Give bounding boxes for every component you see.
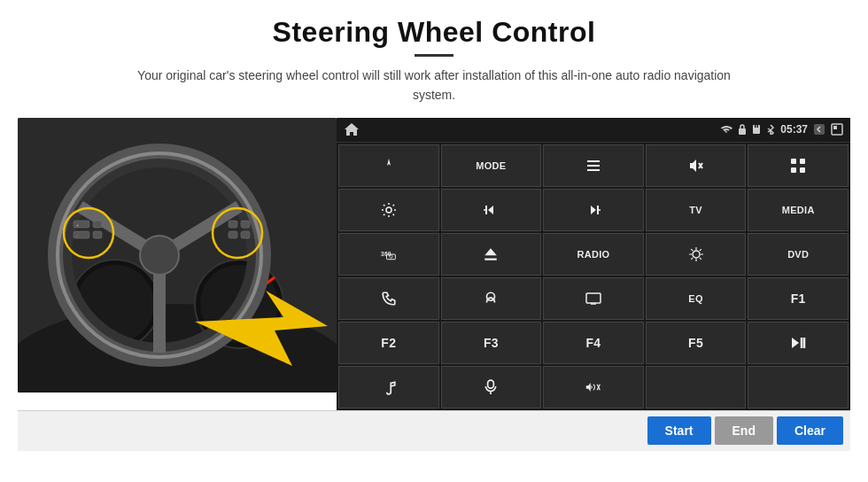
svg-rect-37 [791,159,796,164]
window-icon[interactable] [831,123,843,136]
svg-rect-25 [739,128,746,135]
cam360-button[interactable]: 360 [338,233,439,276]
f3-button[interactable]: F3 [441,322,542,364]
wifi-icon [720,124,732,135]
svg-point-41 [386,207,391,213]
eject-button[interactable] [441,233,542,276]
music-button[interactable] [338,366,439,408]
f1-button[interactable]: F1 [748,277,849,320]
eq-button[interactable]: EQ [646,277,747,320]
control-panel: 05:37 [337,118,850,410]
page-title: Steering Wheel Control [273,16,596,49]
f4-button[interactable]: F4 [543,322,644,364]
time-display: 05:37 [780,123,808,136]
bluetooth-icon [766,124,775,135]
mode-button[interactable]: MODE [441,144,542,187]
svg-text:+: + [76,222,79,228]
svg-rect-17 [93,231,102,238]
apps-button[interactable] [748,144,849,187]
svg-rect-39 [791,167,796,173]
media-button[interactable]: MEDIA [748,189,849,231]
back-icon[interactable] [813,123,825,136]
svg-rect-49 [586,293,601,303]
start-button[interactable]: Start [647,416,711,445]
tv-button[interactable]: TV [646,189,747,231]
settings-button[interactable] [338,189,439,231]
svg-rect-53 [488,380,494,388]
home-icon [344,122,360,136]
sd-icon [752,124,761,135]
nav-button[interactable] [338,144,439,187]
svg-rect-26 [753,125,760,134]
svg-rect-22 [241,221,250,228]
svg-rect-21 [229,221,237,228]
prev-button[interactable] [441,189,542,231]
mic-button[interactable] [441,366,542,408]
nav2-button[interactable] [441,277,542,320]
empty2-button[interactable] [748,366,849,408]
status-left [344,122,360,136]
dvd-button[interactable]: DVD [748,233,849,276]
status-right: 05:37 [720,123,843,136]
svg-rect-31 [833,126,837,129]
clear-button[interactable]: Clear [777,416,843,445]
title-divider [415,54,453,57]
svg-rect-40 [800,167,805,173]
content-row: + - [18,118,850,410]
radio-button[interactable]: RADIO [543,233,644,276]
f5-button[interactable]: F5 [646,322,747,364]
lock-icon [738,124,747,135]
end-button[interactable]: End [715,416,773,445]
screen-button[interactable] [543,277,644,320]
list-button[interactable] [543,144,644,187]
svg-rect-23 [229,231,237,238]
next-button[interactable] [543,189,644,231]
bottom-bar: Start End Clear [18,410,850,451]
svg-rect-28 [757,125,759,128]
steering-wheel-image: + - [18,118,337,393]
svg-rect-24 [241,231,250,238]
page-subtitle: Your original car's steering wheel contr… [133,66,735,105]
svg-rect-27 [755,125,756,128]
playpause-button[interactable] [748,322,849,364]
bright-button[interactable] [646,233,747,276]
phone-button[interactable] [338,277,439,320]
svg-point-47 [693,251,700,258]
svg-rect-16 [93,221,102,228]
empty1-button[interactable] [646,366,747,408]
vol-button[interactable] [543,366,644,408]
f2-button[interactable]: F2 [338,322,439,364]
status-bar: 05:37 [337,118,850,143]
svg-rect-29 [814,124,825,135]
mute-button[interactable] [646,144,747,187]
svg-rect-38 [800,159,805,164]
svg-point-12 [140,236,179,275]
button-grid: MODE [337,143,850,410]
